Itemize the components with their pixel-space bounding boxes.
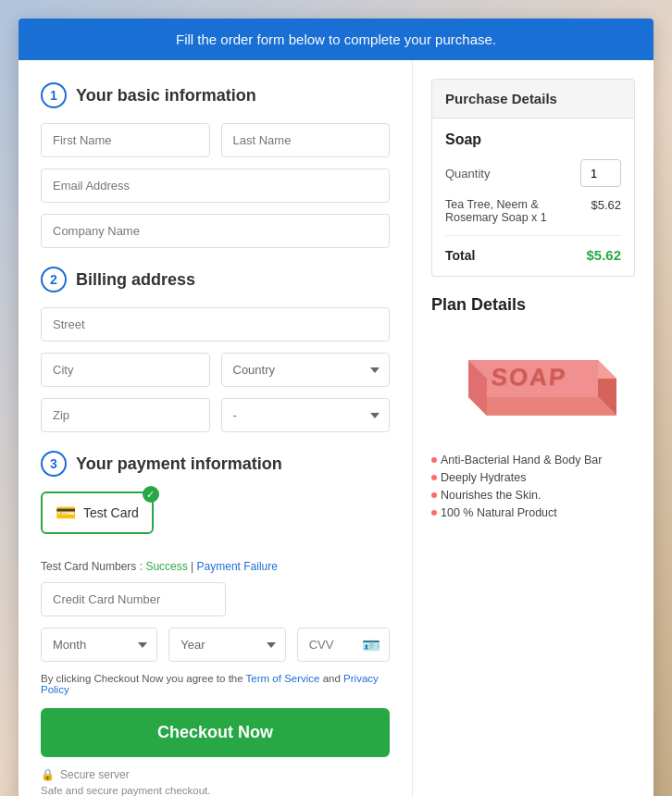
terms-link[interactable]: Term of Service — [246, 673, 320, 684]
section-header-billing: 2 Billing address — [41, 267, 390, 292]
svg-text:SOAP: SOAP — [491, 364, 568, 392]
total-label: Total — [445, 248, 475, 263]
soap-image: SOAP SOAP — [431, 328, 635, 439]
credit-card-icon: 💳 — [56, 503, 76, 523]
test-failure-link[interactable]: Payment Failure — [197, 560, 278, 573]
safe-text: Safe and secure payment checkout. — [41, 785, 390, 796]
total-row: Total $5.62 — [445, 247, 621, 263]
main-container: Fill the order form below to complete yo… — [19, 19, 653, 796]
bullet-4 — [431, 510, 437, 516]
quantity-input[interactable] — [580, 159, 621, 187]
company-input[interactable] — [41, 214, 390, 248]
section-title-payment: Your payment information — [76, 454, 282, 474]
check-badge: ✓ — [143, 486, 159, 503]
section-basic-info: 1 Your basic information — [41, 82, 390, 248]
test-card-method[interactable]: 💳 Test Card ✓ — [41, 491, 154, 534]
bullet-2 — [431, 475, 437, 480]
expiry-cvv-row: Month 010203 040506 070809 101112 Year 2… — [41, 628, 390, 662]
street-row — [41, 307, 390, 342]
test-card-note: Test Card Numbers : Success | Payment Fa… — [41, 560, 390, 573]
quantity-row: Quantity — [445, 159, 621, 187]
feature-1: Anti-Bacterial Hand & Body Bar — [431, 454, 635, 466]
section-title-basic: Your basic information — [76, 86, 256, 106]
section-number-3: 3 — [41, 451, 67, 477]
email-row — [41, 168, 390, 203]
year-select[interactable]: Year 202420252026 20272028 — [168, 628, 285, 662]
street-input[interactable] — [41, 307, 390, 342]
lock-icon: 🔒 — [41, 768, 55, 781]
city-country-row: Country — [41, 353, 390, 387]
test-success-link[interactable]: Success — [145, 560, 187, 573]
plan-details-title: Plan Details — [431, 295, 635, 315]
cc-number-row — [41, 582, 390, 616]
right-panel: Purchase Details Soap Quantity Tea Tree,… — [413, 60, 653, 796]
product-line-price: $5.62 — [591, 198, 621, 212]
month-select[interactable]: Month 010203 040506 070809 101112 — [41, 628, 157, 662]
section-header-payment: 3 Your payment information — [41, 451, 390, 477]
payment-method-label: Test Card — [83, 505, 139, 520]
state-select[interactable]: - — [221, 398, 391, 432]
section-header-basic: 1 Your basic information — [41, 82, 390, 108]
content-area: 1 Your basic information 2 Bill — [19, 60, 653, 796]
purchase-details-body: Soap Quantity Tea Tree, Neem & Rosemary … — [431, 118, 635, 277]
top-banner: Fill the order form below to complete yo… — [19, 19, 653, 60]
svg-marker-0 — [468, 397, 616, 416]
feature-3: Nourishes the Skin. — [431, 489, 635, 502]
cc-number-input[interactable] — [41, 582, 226, 616]
features-list: Anti-Bacterial Hand & Body Bar Deeply Hy… — [431, 454, 635, 519]
cvv-wrapper: 🪪 — [297, 628, 390, 662]
checkout-button[interactable]: Checkout Now — [41, 708, 390, 757]
terms-text: By clicking Checkout Now you agree to th… — [41, 673, 390, 695]
product-name: Soap — [445, 131, 621, 148]
quantity-label: Quantity — [445, 167, 490, 180]
product-line: Tea Tree, Neem & Rosemary Soap x 1 $5.62 — [445, 198, 621, 236]
banner-text: Fill the order form below to complete yo… — [176, 31, 496, 47]
feature-4: 100 % Natural Product — [431, 506, 635, 519]
country-select[interactable]: Country — [221, 353, 391, 387]
email-input[interactable] — [41, 168, 390, 203]
zip-state-row: - — [41, 398, 390, 432]
last-name-input[interactable] — [221, 123, 391, 157]
total-price: $5.62 — [586, 247, 621, 263]
purchase-details-header: Purchase Details — [431, 79, 635, 118]
left-panel: 1 Your basic information 2 Bill — [19, 60, 413, 796]
test-cards-prefix: Test Card Numbers : — [41, 560, 145, 573]
zip-input[interactable] — [41, 398, 210, 432]
plan-details: Plan Details — [431, 295, 635, 519]
city-input[interactable] — [41, 353, 210, 387]
first-name-input[interactable] — [41, 123, 210, 157]
cvv-card-icon: 🪪 — [362, 636, 380, 653]
section-title-billing: Billing address — [76, 270, 195, 290]
feature-2: Deeply Hydrates — [431, 471, 635, 484]
section-billing: 2 Billing address Country - — [41, 267, 390, 432]
name-row — [41, 123, 390, 157]
section-number-1: 1 — [41, 82, 67, 108]
section-payment: 3 Your payment information 💳 Test Card ✓… — [41, 451, 390, 796]
company-row — [41, 214, 390, 248]
section-number-2: 2 — [41, 267, 67, 292]
bullet-1 — [431, 457, 437, 463]
bullet-3 — [431, 492, 437, 498]
secure-server-label: 🔒 Secure server — [41, 768, 390, 781]
product-line-name: Tea Tree, Neem & Rosemary Soap x 1 — [445, 198, 591, 224]
payment-method-area: 💳 Test Card ✓ — [41, 491, 390, 547]
